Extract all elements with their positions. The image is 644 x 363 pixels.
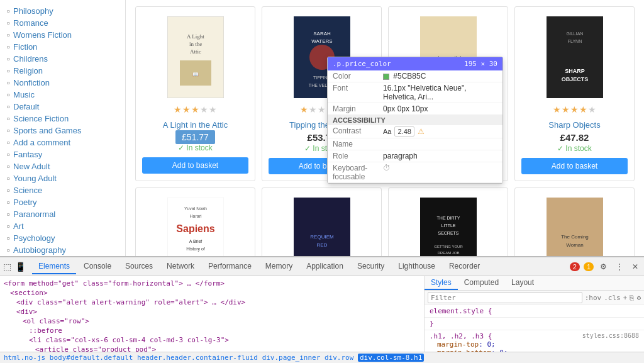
sidebar-item-add-a-comment[interactable]: Add a comment	[0, 137, 125, 148]
star-5: ★	[588, 104, 596, 114]
elements-panel[interactable]: <form method="get" class="form-horizonta…	[0, 276, 424, 352]
devtools-tab-console[interactable]: Console	[77, 259, 118, 274]
sidebar-item-science[interactable]: Science	[0, 184, 125, 196]
devtools-settings-icon[interactable]: ⚙	[597, 261, 609, 272]
sidebar-item-sports-and-games[interactable]: Sports and Games	[0, 125, 125, 137]
devtools-tab-performance[interactable]: Performance	[202, 259, 258, 274]
sidebar-item-default[interactable]: Default	[0, 101, 125, 113]
error-badge: 2	[570, 262, 580, 271]
devtools-tab-network[interactable]: Network	[160, 259, 201, 274]
devtools-tab-elements[interactable]: Elements	[32, 259, 76, 274]
inspector-popup: .p.price_color 195 × 30 Color #5CB85C Fo…	[327, 57, 503, 184]
html-line[interactable]: <div>	[4, 307, 420, 316]
devtools-tab-recorder[interactable]: Recorder	[443, 259, 486, 274]
product-title-3[interactable]: Sharp Objects	[548, 120, 600, 130]
filter-settings-icon[interactable]: ⚙	[636, 294, 641, 302]
filter-plus-icon[interactable]: +	[623, 294, 628, 302]
popup-font-label: Font	[333, 84, 383, 101]
sidebar-item-art[interactable]: Art	[0, 220, 125, 232]
styles-tab-computed[interactable]: Computed	[458, 276, 505, 290]
html-line[interactable]: <section>	[4, 288, 420, 298]
star-5: ★	[209, 104, 217, 114]
devtools-tab-memory[interactable]: Memory	[259, 259, 299, 274]
sidebar-item-new-adult[interactable]: New Adult	[0, 160, 125, 172]
contrast-value: Aa 2.48 ⚠	[383, 126, 497, 137]
book-cover-5: REQUIEM RED	[269, 194, 375, 256]
popup-contrast-row: Contrast Aa 2.48 ⚠	[328, 125, 502, 138]
devtools-inspect-icon[interactable]: ⬚	[3, 262, 11, 272]
checkmark-icon: ✓	[557, 144, 564, 153]
svg-text:A Light: A Light	[187, 33, 204, 40]
html-line[interactable]: ::before	[4, 326, 420, 335]
sidebar-item-romance[interactable]: Romance	[0, 17, 125, 29]
breadcrumb-item-1[interactable]: body#default.default	[50, 354, 133, 362]
devtools-tab-security[interactable]: Security	[351, 259, 391, 274]
popup-element-name: .p.price_color	[333, 60, 391, 68]
svg-text:Harari: Harari	[189, 214, 202, 218]
sidebar-item-fiction[interactable]: Fiction	[0, 41, 125, 53]
devtools-close-icon[interactable]: ✕	[630, 261, 641, 272]
html-line[interactable]: <form method="get" class="form-horizonta…	[4, 279, 420, 288]
breadcrumb-item-0[interactable]: html.no-js	[4, 354, 45, 362]
checkmark-icon: ✓	[304, 144, 311, 153]
product-instock-0: ✓ In stock	[178, 143, 212, 152]
html-line[interactable]: <article class="product_pod">	[4, 345, 420, 352]
styles-panel-tabs: StylesComputedLayout	[425, 276, 644, 291]
devtools-tab-application[interactable]: Application	[300, 259, 350, 274]
svg-text:The Coming: The Coming	[561, 234, 589, 240]
styles-tab-layout[interactable]: Layout	[505, 276, 540, 290]
sidebar-item-childrens[interactable]: Childrens	[0, 53, 125, 65]
svg-text:SECRETS: SECRETS	[438, 231, 458, 235]
svg-text:SARAH: SARAH	[313, 31, 331, 36]
filter-copy-icon[interactable]: ⎘	[630, 294, 634, 302]
keyboard-value: ⏱	[383, 164, 497, 181]
svg-text:A Brief: A Brief	[189, 239, 202, 243]
svg-text:WATERS: WATERS	[311, 38, 332, 44]
sidebar-item-autobiography[interactable]: Autobiography	[0, 244, 125, 256]
sidebar-item-psychology[interactable]: Psychology	[0, 232, 125, 244]
sidebar-item-paranormal[interactable]: Paranormal	[0, 208, 125, 220]
add-to-basket-button-0[interactable]: Add to basket	[142, 157, 248, 174]
svg-text:History of: History of	[186, 247, 205, 252]
star-1: ★	[553, 104, 561, 114]
breadcrumb-item-3[interactable]: div.page_inner	[262, 354, 321, 362]
devtools-tab-lighthouse[interactable]: Lighthouse	[392, 259, 441, 274]
styles-tab-styles[interactable]: Styles	[425, 276, 458, 290]
devtools-more-icon[interactable]: ⋮	[613, 261, 626, 272]
svg-rect-0	[167, 16, 224, 98]
breadcrumb-item-5[interactable]: div.col-sm-8.h1	[358, 354, 424, 362]
product-card-0: A Light in the Attic 📖 ★★★★★A Light in t…	[135, 6, 255, 181]
star-4: ★	[200, 104, 208, 114]
name-label: Name	[333, 140, 383, 148]
role-label: Role	[333, 152, 383, 160]
sidebar-item-religion[interactable]: Religion	[0, 65, 125, 77]
breadcrumb-item-4[interactable]: div.row	[325, 354, 353, 362]
html-line[interactable]: <ol class="row">	[4, 316, 420, 326]
breadcrumb-item-2[interactable]: header.header.container-fluid	[137, 354, 258, 362]
sidebar-item-philosophy[interactable]: Philosophy	[0, 5, 125, 17]
product-area: .p.price_color 195 × 30 Color #5CB85C Fo…	[126, 0, 644, 256]
sidebar-item-poetry[interactable]: Poetry	[0, 196, 125, 208]
book-cover-7: The Coming Woman	[521, 194, 628, 256]
product-title-0[interactable]: A Light in the Attic	[163, 120, 228, 130]
sidebar-item-music[interactable]: Music	[0, 89, 125, 101]
sidebar-item-science-fiction[interactable]: Science Fiction	[0, 113, 125, 125]
devtools-tab-sources[interactable]: Sources	[119, 259, 159, 274]
filter-cls-icon: .cls	[604, 294, 621, 302]
popup-margin-value: 0px 0px 10px	[383, 104, 497, 113]
filter-input[interactable]	[428, 292, 582, 303]
star-1: ★	[174, 104, 182, 114]
add-to-basket-button-3[interactable]: Add to basket	[521, 158, 628, 174]
sidebar-item-womens-fiction[interactable]: Womens Fiction	[0, 29, 125, 41]
devtools-device-icon[interactable]: 📱	[15, 262, 26, 272]
sidebar-item-fantasy[interactable]: Fantasy	[0, 148, 125, 160]
sidebar-item-nonfiction[interactable]: Nonfiction	[0, 77, 125, 89]
popup-name-row: Name	[328, 138, 502, 150]
html-line[interactable]: <li class="col-xs-6 col-sm-4 col-md-3 co…	[4, 335, 420, 345]
price-highlight: £51.77	[175, 130, 215, 144]
svg-text:REQUIEM: REQUIEM	[310, 234, 334, 240]
html-line[interactable]: <div class="alert alert-warning" role="a…	[4, 298, 420, 307]
svg-text:LITTLE: LITTLE	[441, 223, 455, 228]
devtools-breadcrumb: html.no-js body#default.default header.h…	[0, 352, 644, 363]
sidebar-item-young-adult[interactable]: Young Adult	[0, 172, 125, 184]
